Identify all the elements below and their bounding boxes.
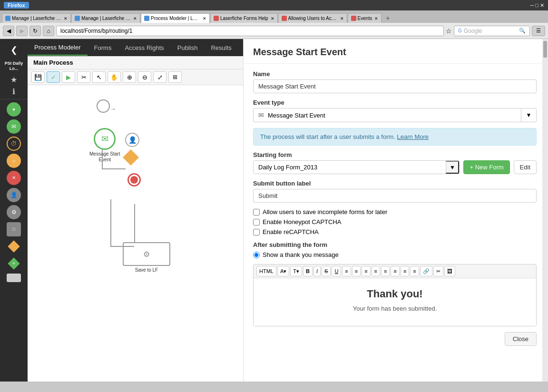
sidebar-icon-yellow[interactable]: ○ bbox=[7, 154, 21, 168]
nav-item-process-modeler[interactable]: Process Modeler bbox=[28, 40, 88, 56]
submit-label-input[interactable] bbox=[253, 189, 537, 203]
editor-btn-align-center[interactable]: ≡ bbox=[391, 266, 399, 276]
tool-play[interactable]: ▶ bbox=[62, 71, 75, 83]
sidebar-icon-gear[interactable]: ⚙ bbox=[7, 205, 21, 219]
bookmark-button[interactable]: ☆ bbox=[446, 27, 452, 35]
editor-content[interactable]: Thank you! Your form has been submitted. bbox=[254, 278, 536, 326]
tool-check[interactable]: ✓ bbox=[47, 71, 60, 83]
diamond-node[interactable] bbox=[125, 152, 137, 163]
editor-btn-unlink[interactable]: ✂ bbox=[433, 266, 443, 276]
tool-scissors[interactable]: ✂ bbox=[77, 71, 90, 83]
address-bar[interactable]: localhost/Forms/bp/routing/1 bbox=[56, 26, 444, 36]
reload-button[interactable]: ↻ bbox=[29, 26, 41, 36]
sidebar-icon-clock[interactable]: ⏱ bbox=[7, 137, 21, 151]
nav-item-results[interactable]: Results bbox=[204, 40, 238, 55]
message-start-event-node[interactable]: ✉ Message StartEvent bbox=[89, 128, 120, 163]
editor-btn-italic[interactable]: I bbox=[313, 266, 321, 276]
name-field-group: Name bbox=[253, 70, 537, 93]
name-input[interactable] bbox=[253, 79, 537, 93]
editor-btn-indent[interactable]: ≡ bbox=[362, 266, 370, 276]
left-sidebar: ❮ PSI Daily Lo... ★ ℹ ● ✉ ⏱ ○ ✕ 👤 ⚙ □ bbox=[0, 39, 28, 382]
search-bar[interactable]: G Google 🔍 bbox=[454, 26, 530, 36]
sidebar-icon-rect[interactable] bbox=[7, 274, 21, 282]
tool-fit[interactable]: ⤢ bbox=[153, 71, 166, 83]
checkbox-honeypot-input[interactable] bbox=[253, 219, 260, 225]
tab-1[interactable]: Manage | Laserfiche F... ✕ bbox=[2, 13, 71, 23]
after-submit-label: After submitting the form bbox=[253, 241, 537, 248]
editor-btn-ol[interactable]: ≡ bbox=[352, 266, 361, 276]
arrow-right: → bbox=[110, 105, 116, 112]
new-tab-button[interactable]: + bbox=[382, 13, 393, 23]
tab-6[interactable]: Events ✕ bbox=[348, 13, 382, 23]
sidebar-icon-diamond-yellow[interactable] bbox=[7, 239, 21, 254]
event-type-dropdown-btn[interactable]: ▼ bbox=[521, 108, 537, 122]
tool-hand[interactable]: ✋ bbox=[108, 71, 121, 83]
editor-btn-textsize[interactable]: T▾ bbox=[290, 266, 302, 276]
forward-button[interactable]: ▶ bbox=[16, 26, 28, 36]
canvas: → ✉ Message StartEvent 👤 bbox=[28, 85, 243, 382]
menu-button[interactable]: ☰ bbox=[532, 26, 545, 36]
thank-you-subtitle: Your form has been submitted. bbox=[263, 305, 527, 312]
editor-btn-bold[interactable]: B bbox=[303, 266, 313, 276]
window-controls: ─ □ ✕ bbox=[530, 2, 544, 9]
info-box: The process will start after a user subm… bbox=[253, 128, 537, 146]
editor-btn-ul[interactable]: ≡ bbox=[342, 266, 351, 276]
editor-btn-underline[interactable]: U bbox=[332, 266, 341, 276]
sidebar-btn-star[interactable]: ★ bbox=[10, 75, 17, 84]
thank-you-title: Thank you! bbox=[263, 288, 527, 300]
event-type-envelope-icon: ✉ bbox=[258, 111, 264, 119]
radio-thank-you[interactable] bbox=[253, 252, 260, 258]
editor-btn-align-justify[interactable]: ≡ bbox=[410, 266, 419, 276]
checkbox-recaptcha-input[interactable] bbox=[253, 229, 260, 235]
sidebar-icon-square[interactable]: □ bbox=[7, 222, 21, 236]
tab-4[interactable]: Laserfiche Forms Help ✕ bbox=[210, 13, 278, 23]
sidebar-icon-person[interactable]: 👤 bbox=[7, 188, 21, 202]
nav-item-publish[interactable]: Publish bbox=[171, 40, 205, 55]
sidebar-icon-green-circle[interactable]: ● bbox=[7, 102, 21, 117]
event-type-display: ✉ Message Start Event bbox=[253, 108, 521, 122]
editor-btn-image[interactable]: 🖼 bbox=[444, 266, 455, 276]
editor-btn-outdent[interactable]: ≡ bbox=[372, 266, 380, 276]
editor-btn-html[interactable]: HTML bbox=[256, 266, 276, 276]
new-form-button[interactable]: + New Form bbox=[463, 160, 509, 174]
scrollbar[interactable] bbox=[542, 39, 548, 382]
sidebar-icon-red[interactable]: ✕ bbox=[7, 171, 21, 185]
event-type-value: Message Start Event bbox=[268, 112, 325, 119]
google-icon: G bbox=[458, 28, 462, 33]
home-button[interactable]: ⌂ bbox=[43, 26, 54, 36]
nav-item-forms[interactable]: Forms bbox=[88, 40, 118, 55]
browser-titlebar: Firefox ─ □ ✕ bbox=[0, 0, 548, 10]
editor-btn-strikethrough[interactable]: S bbox=[322, 266, 331, 276]
sidebar-icon-diamond-green[interactable]: + bbox=[7, 256, 21, 271]
sidebar-back-btn[interactable]: ❮ bbox=[9, 43, 20, 57]
editor-btn-align-right[interactable]: ≡ bbox=[401, 266, 409, 276]
form-dropdown-btn[interactable]: ▼ bbox=[446, 161, 459, 174]
tool-minus[interactable]: ⊖ bbox=[138, 71, 151, 83]
editor-btn-font[interactable]: A▾ bbox=[277, 266, 289, 276]
sidebar-btn-info[interactable]: ℹ bbox=[12, 87, 15, 96]
learn-more-link[interactable]: Learn More bbox=[397, 133, 429, 140]
tool-save[interactable]: 💾 bbox=[31, 71, 45, 83]
after-submit-section: After submitting the form Show a thank y… bbox=[253, 241, 537, 258]
checkbox-save-incomplete-input[interactable] bbox=[253, 209, 260, 216]
tab-2[interactable]: Manage | Laserfiche F... ✕ bbox=[71, 13, 140, 23]
lshape-connector-v bbox=[110, 199, 111, 247]
end-event-node[interactable] bbox=[127, 173, 141, 186]
nav-item-access-rights[interactable]: Access Rights bbox=[118, 40, 170, 55]
tool-plus[interactable]: ⊕ bbox=[123, 71, 136, 83]
editor-btn-align-left[interactable]: ≡ bbox=[381, 266, 390, 276]
tab-3-active[interactable]: Process Modeler | Las... ✕ bbox=[141, 13, 210, 23]
back-button[interactable]: ◀ bbox=[3, 26, 14, 36]
sidebar-icon-envelope[interactable]: ✉ bbox=[7, 119, 21, 134]
tool-grid[interactable]: ⊞ bbox=[168, 71, 182, 83]
person-node[interactable]: 👤 bbox=[125, 133, 139, 147]
edit-button[interactable]: Edit bbox=[514, 160, 537, 174]
radio-thank-you-label: Show a thank you message bbox=[263, 251, 339, 258]
form-select-input[interactable] bbox=[254, 161, 446, 174]
tool-pointer[interactable]: ↖ bbox=[92, 71, 106, 83]
editor-btn-link[interactable]: 🔗 bbox=[420, 266, 432, 276]
tab-5[interactable]: Allowing Users to Acc... ✕ bbox=[278, 13, 347, 23]
start-node[interactable] bbox=[97, 99, 110, 113]
close-button[interactable]: Close bbox=[505, 332, 537, 346]
firefox-label: Firefox bbox=[4, 2, 29, 9]
